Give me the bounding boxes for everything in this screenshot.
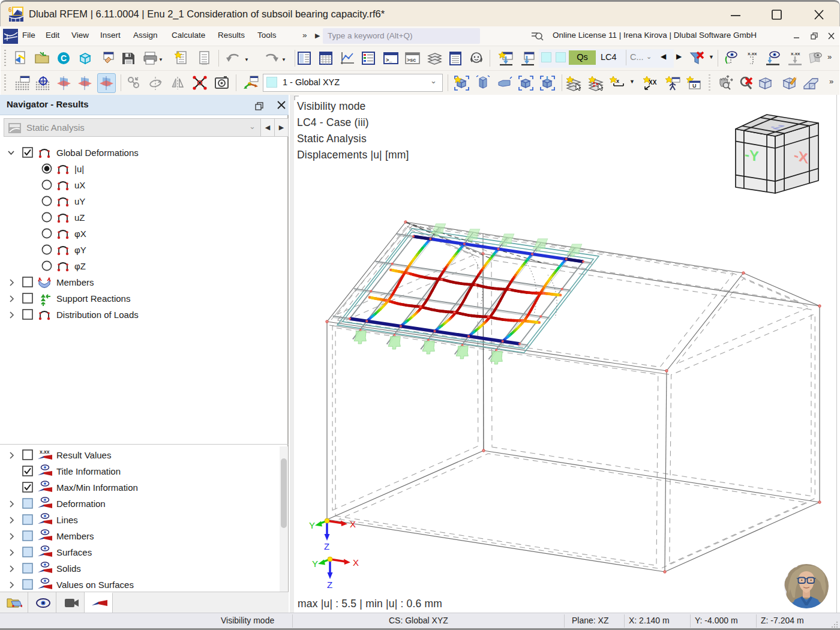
- svg-text:Y: Y: [309, 520, 315, 530]
- svg-text:-Y: -Y: [745, 146, 759, 164]
- svg-text:Z: Z: [324, 541, 329, 551]
- svg-text:6: 6: [8, 7, 12, 13]
- svg-text:X: X: [353, 557, 359, 568]
- svg-text:C: C: [61, 53, 67, 63]
- svg-text:XX: XX: [649, 79, 657, 86]
- svg-text:Y: Y: [312, 559, 318, 569]
- svg-text:X: X: [350, 519, 356, 529]
- svg-text:Z: Z: [327, 580, 332, 590]
- svg-text:>_: >_: [386, 57, 392, 63]
- svg-text:x.xx: x.xx: [748, 51, 757, 56]
- svg-text:x: x: [616, 78, 619, 84]
- svg-text:x.xx: x.xx: [791, 51, 800, 56]
- svg-text:U: U: [692, 83, 697, 89]
- svg-text:x.xx: x.xx: [40, 449, 50, 455]
- svg-text:>sc: >sc: [407, 57, 416, 63]
